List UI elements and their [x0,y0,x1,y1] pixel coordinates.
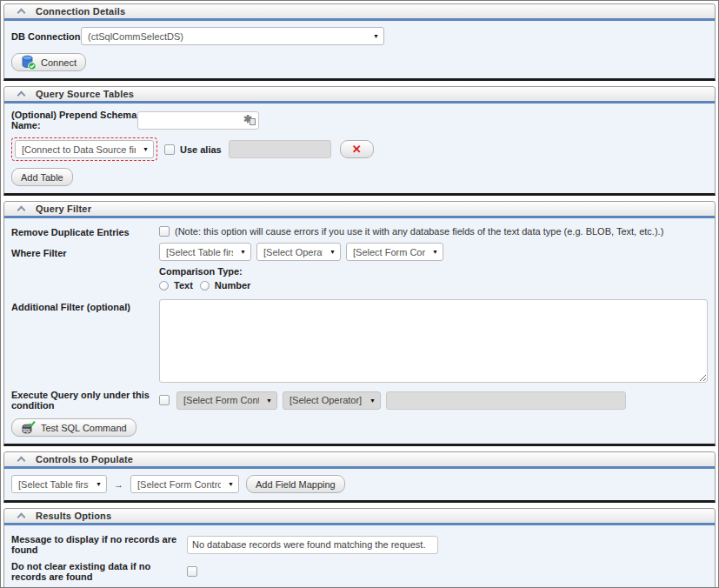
dropdown-arrow-icon: ▼ [143,146,149,152]
mapping-form-control-select[interactable]: [Select Form Control] ▼ [130,475,239,493]
condition-form-control-select[interactable]: [Select Form Control] ▼ [176,391,277,410]
where-filter-label: Where Filter [11,245,159,258]
where-operator-select[interactable]: [Select Operator] ▼ [256,243,341,261]
condition-operator-select[interactable]: [Select Operator] ▼ [283,391,381,410]
additional-filter-label: Additional Filter (optional) [11,299,159,312]
source-table-select[interactable]: [Connect to Data Source first] ▼ [15,140,154,158]
table-select-attention-outline: [Connect to Data Source first] ▼ [11,137,157,161]
collapse-chevron-icon[interactable] [17,91,26,100]
alias-input[interactable] [229,140,331,158]
db-connection-label: DB Connection [11,31,81,42]
collapse-chevron-icon[interactable] [17,513,26,522]
section-connection-details: Connection Details DB Connection (ctSqlC… [3,3,716,81]
section-title: Connection Details [36,6,125,17]
no-records-message-input[interactable] [187,536,438,554]
no-clear-data-label: Do not clear existing data if no records… [11,561,187,582]
collapse-chevron-icon[interactable] [17,206,26,215]
section-title: Controls to Populate [36,454,133,464]
mapping-arrow-icon: → [114,479,123,490]
dropdown-arrow-icon: ▼ [330,249,336,255]
db-connection-select[interactable]: (ctSqlCommSelectDS) ▼ [81,27,384,45]
mapping-table-select[interactable]: [Select Table first] ▼ [11,475,107,493]
dropdown-arrow-icon: ▼ [228,481,234,487]
red-x-icon: ✕ [352,144,362,155]
dropdown-arrow-icon: ▼ [266,398,272,404]
schema-name-input[interactable] [137,111,259,130]
schema-name-label: (Optional) Prepend Schema Name: [11,110,137,130]
section-header-query-filter[interactable]: Query Filter [4,202,715,218]
comparison-text-radio[interactable] [159,281,169,291]
sql-check-icon: SQL [21,420,37,435]
execute-condition-label: Execute Query only under this condition [11,390,159,411]
remove-duplicates-note: (Note: this option will cause errors if … [175,224,663,237]
remove-table-button[interactable]: ✕ [340,140,374,158]
section-controls-to-populate: Controls to Populate [Select Table first… [3,451,716,503]
collapse-chevron-icon[interactable] [17,9,26,17]
section-header-results-options[interactable]: Results Options [4,509,715,525]
use-alias-label: Use alias [180,144,222,155]
dropdown-arrow-icon: ▼ [369,398,376,404]
section-title: Results Options [36,511,111,521]
section-results-options: Results Options Message to display if no… [3,508,716,588]
remove-duplicates-label: Remove Duplicate Entries [11,224,159,237]
comparison-text-label: Text [174,280,193,291]
where-form-control-select[interactable]: [Select Form Control] ▼ [346,243,443,261]
remove-duplicates-checkbox[interactable] [159,226,170,237]
additional-filter-textarea[interactable] [159,299,708,383]
add-table-button[interactable]: Add Table [11,168,73,186]
no-records-message-label: Message to display if no records are fou… [11,534,187,555]
use-alias-checkbox[interactable] [164,144,175,155]
comparison-number-radio[interactable] [200,281,210,291]
dropdown-arrow-icon: ▼ [96,481,102,487]
test-sql-command-button[interactable]: SQL Test SQL Command [11,418,136,437]
comparison-type-label: Comparison Type: [159,266,243,277]
section-header-query-source-tables[interactable]: Query Source Tables [4,87,715,104]
collapse-chevron-icon[interactable] [17,457,26,465]
condition-value-input[interactable] [386,391,626,410]
execute-condition-checkbox[interactable] [159,395,170,405]
section-title: Query Source Tables [36,89,134,99]
section-header-controls-to-populate[interactable]: Controls to Populate [4,452,715,469]
where-table-select[interactable]: [Select Table first] ▼ [159,243,251,261]
add-field-mapping-button[interactable]: Add Field Mapping [246,475,345,493]
connect-button[interactable]: Connect [11,53,86,71]
comparison-number-label: Number [215,280,251,291]
section-query-source-tables: Query Source Tables (Optional) Prepend S… [3,86,716,196]
sql-command-config-page: Connection Details DB Connection (ctSqlC… [0,0,719,588]
section-title: Query Filter [36,204,91,214]
dropdown-arrow-icon: ▼ [373,33,379,39]
database-icon [21,55,37,70]
svg-text:SQL: SQL [23,429,31,433]
no-clear-data-checkbox[interactable] [187,566,197,577]
section-query-filter: Query Filter Remove Duplicate Entries (N… [3,201,716,446]
dropdown-arrow-icon: ▼ [240,249,246,255]
dropdown-arrow-icon: ▼ [432,249,438,255]
section-header-connection-details[interactable]: Connection Details [4,4,715,21]
